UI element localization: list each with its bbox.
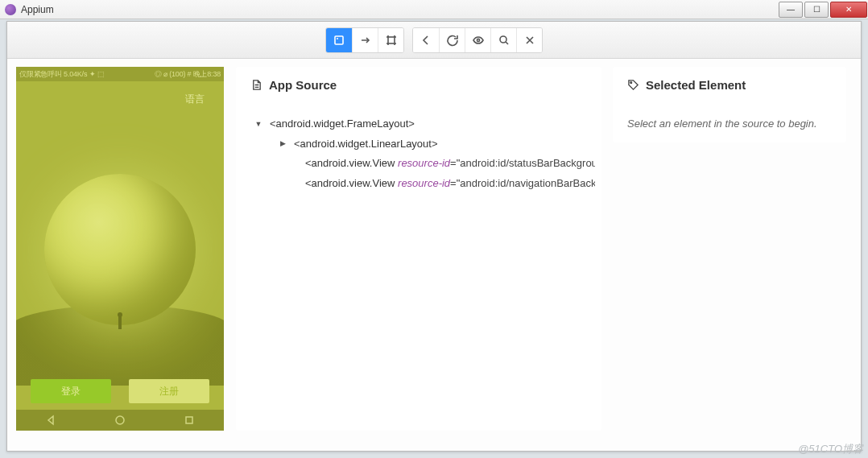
svg-point-1 — [337, 38, 338, 39]
file-icon — [250, 79, 262, 91]
selected-element-panel: Selected Element Select an element in th… — [613, 67, 846, 142]
globe-graphic — [44, 174, 196, 325]
source-tree: ▼ <android.widget.FrameLayout> ▶ <androi… — [236, 103, 601, 194]
maximize-button[interactable]: ☐ — [804, 2, 829, 18]
register-button[interactable]: 注册 — [129, 379, 209, 403]
window-controls: — ☐ ✕ — [778, 2, 868, 18]
watermark: @51CTO博客 — [798, 442, 863, 456]
device-buttons: 登录 注册 — [16, 379, 224, 403]
app-frame: 仅限紧急呼叫 5.04K/s ✦ ⬚ ◎ ⌀ (100) # 晚上8:38 语言… — [6, 21, 862, 452]
tree-node[interactable]: ▶ <android.widget.LinearLayout> — [254, 134, 595, 155]
select-mode-button[interactable] — [326, 28, 352, 52]
svg-point-7 — [630, 82, 632, 84]
svg-point-5 — [116, 416, 124, 424]
tree-node[interactable]: <android.view.View resource-id="android:… — [254, 154, 595, 174]
refresh-button[interactable] — [439, 28, 465, 52]
tree-node[interactable]: ▼ <android.widget.FrameLayout> — [254, 114, 595, 134]
svg-point-4 — [500, 36, 506, 43]
svg-rect-2 — [388, 37, 395, 43]
content-area: 仅限紧急呼叫 5.04K/s ✦ ⬚ ◎ ⌀ (100) # 晚上8:38 语言… — [7, 59, 861, 451]
person-silhouette — [117, 312, 123, 330]
eye-button[interactable] — [465, 28, 490, 52]
toolbar — [7, 22, 861, 59]
app-source-panel: App Source ▼ <android.widget.FrameLayout… — [236, 67, 601, 431]
status-left: 仅限紧急呼叫 5.04K/s ✦ ⬚ — [19, 69, 104, 80]
app-icon — [5, 4, 16, 15]
app-source-title: App Source — [269, 78, 337, 92]
back-button[interactable] — [413, 28, 439, 52]
nav-back-icon[interactable] — [45, 415, 56, 426]
device-status-bar: 仅限紧急呼叫 5.04K/s ✦ ⬚ ◎ ⌀ (100) # 晚上8:38 — [16, 67, 224, 81]
quit-session-button[interactable] — [516, 28, 542, 52]
window-titlebar: Appium — ☐ ✕ — [0, 0, 868, 19]
tree-node[interactable]: <android.view.View resource-id="android:… — [254, 174, 595, 194]
svg-rect-0 — [335, 36, 343, 44]
caret-right-icon[interactable]: ▶ — [278, 137, 287, 151]
window-title: Appium — [21, 4, 773, 15]
nav-recent-icon[interactable] — [184, 415, 195, 426]
caret-down-icon[interactable]: ▼ — [254, 118, 263, 131]
selected-element-header: Selected Element — [613, 67, 846, 103]
status-right: ◎ ⌀ (100) # 晚上8:38 — [155, 69, 221, 80]
selected-element-title: Selected Element — [646, 78, 746, 92]
svg-point-3 — [477, 39, 479, 41]
app-source-header: App Source — [236, 67, 601, 103]
tool-group-actions — [412, 27, 543, 53]
globe-wrap — [16, 133, 224, 366]
minimize-button[interactable]: — — [779, 2, 803, 18]
tool-group-modes — [325, 27, 404, 53]
search-button[interactable] — [490, 28, 516, 52]
tag-icon — [627, 79, 639, 91]
selected-hint: Select an element in the source to begin… — [613, 103, 846, 130]
language-label: 语言 — [16, 81, 224, 106]
device-nav-bar — [16, 410, 224, 431]
nav-home-icon[interactable] — [114, 415, 126, 426]
device-screenshot-panel[interactable]: 仅限紧急呼叫 5.04K/s ✦ ⬚ ◎ ⌀ (100) # 晚上8:38 语言… — [16, 67, 224, 431]
tap-mode-button[interactable] — [378, 28, 403, 52]
swipe-mode-button[interactable] — [352, 28, 378, 52]
svg-rect-6 — [186, 417, 192, 423]
close-button[interactable]: ✕ — [830, 2, 867, 18]
login-button[interactable]: 登录 — [31, 379, 111, 403]
